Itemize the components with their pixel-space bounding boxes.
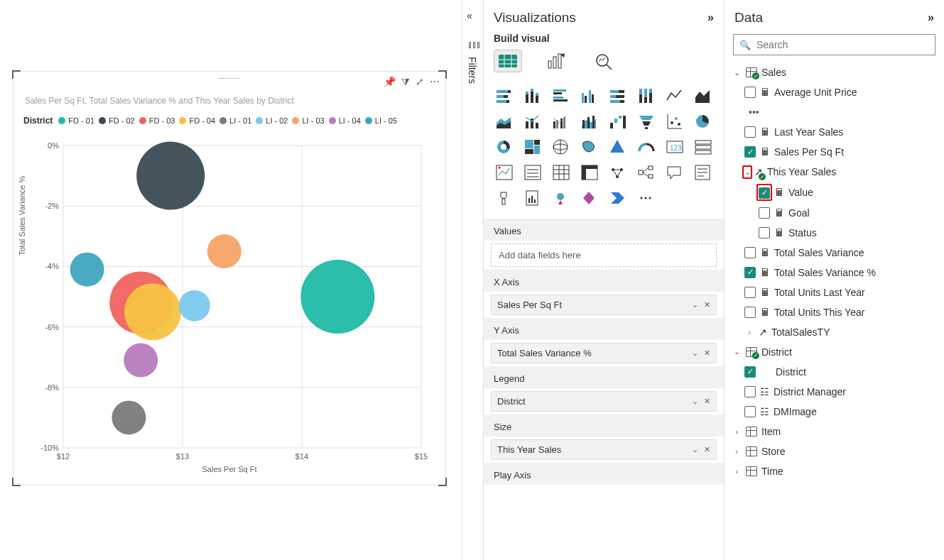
viz-azure-map[interactable]	[606, 136, 630, 158]
size-pill[interactable]: This Year Sales ⌄✕	[491, 439, 717, 460]
viz-decomposition-tree[interactable]	[634, 162, 658, 183]
x-axis-pill[interactable]: Sales Per Sq Ft ⌄✕	[491, 295, 717, 315]
visual-drag-handle[interactable]	[219, 76, 240, 79]
table-store[interactable]: › Store	[730, 441, 938, 461]
field-total-units-this-year[interactable]: 🖩 Total Units This Year	[730, 302, 938, 322]
more-options-icon[interactable]: ⋯	[430, 76, 440, 88]
chevron-down-icon[interactable]: ⌄	[692, 300, 698, 309]
collapse-viz-icon[interactable]: »	[707, 11, 714, 24]
viz-pie[interactable]	[691, 111, 715, 132]
chevron-down-icon[interactable]: ⌄	[692, 348, 698, 358]
table-sales[interactable]: ⌄ Sales	[730, 62, 938, 82]
report-canvas[interactable]: 📌 ⧩ ⤢ ⋯ Sales Per Sq Ft, Total Sales Var…	[0, 0, 462, 560]
analytics-tab[interactable]	[590, 50, 619, 72]
field-tys-goal[interactable]: 🖩 Goal	[730, 203, 938, 223]
y-axis-pill[interactable]: Total Sales Variance % ⌄✕	[491, 343, 717, 363]
viz-clustered-column[interactable]	[577, 85, 602, 106]
values-well-drop[interactable]: Add data fields here	[491, 243, 717, 267]
viz-matrix[interactable]	[577, 162, 602, 183]
viz-100-stacked-bar[interactable]	[606, 85, 630, 106]
expand-filters-icon[interactable]: «	[467, 10, 472, 21]
viz-smart-narrative[interactable]	[691, 162, 715, 183]
filters-pane-collapsed[interactable]: « ⫿⫿⫿ Filters	[462, 0, 483, 560]
collapse-data-icon[interactable]: »	[928, 11, 934, 24]
checkbox[interactable]	[744, 87, 756, 98]
viz-kpi[interactable]	[492, 162, 516, 183]
checkbox-checked-highlighted[interactable]	[759, 187, 770, 199]
checkbox-checked[interactable]	[744, 267, 756, 278]
search-input[interactable]	[756, 39, 929, 50]
field-tys-value[interactable]: 🖩 Value	[730, 182, 938, 203]
checkbox[interactable]	[744, 406, 756, 417]
checkbox-checked[interactable]	[744, 366, 756, 378]
viz-multi-row-card[interactable]	[691, 136, 715, 158]
search-box[interactable]: 🔍	[733, 34, 935, 55]
field-total-sales-variance-pct[interactable]: 🖩 Total Sales Variance %	[730, 263, 938, 282]
field-sales-per-sqft[interactable]: 🖩 Sales Per Sq Ft	[730, 142, 938, 162]
viz-more[interactable]	[634, 187, 658, 209]
checkbox[interactable]	[744, 386, 756, 397]
field-tys-status[interactable]: 🖩 Status	[730, 223, 938, 243]
table-time[interactable]: › Time	[730, 461, 938, 481]
viz-stacked-column[interactable]	[521, 85, 545, 106]
viz-card[interactable]: 123	[663, 136, 687, 158]
checkbox-checked[interactable]	[744, 146, 756, 158]
more-ellipsis[interactable]: •••	[730, 102, 938, 122]
checkbox[interactable]	[759, 207, 770, 219]
viz-clustered-bar[interactable]	[549, 85, 573, 106]
viz-stacked-bar[interactable]	[492, 85, 516, 106]
filter-icon[interactable]: ⧩	[401, 76, 410, 88]
table-item[interactable]: › Item	[730, 422, 938, 441]
viz-gauge[interactable]	[634, 136, 658, 158]
chevron-down-icon[interactable]: ⌄	[692, 397, 698, 406]
table-district[interactable]: ⌄ District	[730, 342, 938, 362]
viz-filled-map[interactable]	[577, 136, 602, 158]
viz-waterfall[interactable]	[606, 111, 630, 132]
viz-map[interactable]	[549, 136, 573, 158]
field-dm-image[interactable]: ☷ DMImage	[730, 402, 938, 422]
build-visual-tab[interactable]	[494, 50, 522, 72]
field-district-district[interactable]: District	[730, 362, 938, 382]
viz-power-apps[interactable]	[577, 187, 602, 209]
remove-field-icon[interactable]: ✕	[704, 300, 710, 309]
viz-stacked-area[interactable]	[492, 111, 516, 132]
viz-treemap[interactable]	[521, 136, 545, 158]
checkbox[interactable]	[744, 307, 756, 318]
viz-funnel[interactable]	[634, 111, 658, 132]
chevron-down-icon[interactable]: ⌄	[692, 445, 698, 454]
viz-scatter[interactable]	[663, 111, 687, 132]
viz-line[interactable]	[663, 85, 687, 106]
field-average-unit-price[interactable]: 🖩 Average Unit Price	[730, 82, 938, 102]
expand-caret-highlighted[interactable]: ⌄	[742, 165, 752, 179]
field-total-units-last-year[interactable]: 🖩 Total Units Last Year	[730, 282, 938, 302]
pin-icon[interactable]: 📌	[384, 76, 396, 88]
viz-line-clustered-column[interactable]	[549, 111, 573, 132]
remove-field-icon[interactable]: ✕	[704, 348, 710, 358]
viz-line-stacked-column[interactable]	[521, 111, 545, 132]
remove-field-icon[interactable]: ✕	[704, 397, 710, 406]
viz-area[interactable]	[691, 85, 715, 106]
checkbox[interactable]	[759, 227, 770, 238]
viz-table[interactable]	[549, 162, 573, 183]
resize-handle-bl[interactable]	[12, 478, 21, 486]
viz-100-stacked-column[interactable]	[634, 85, 658, 106]
viz-donut[interactable]	[492, 136, 516, 158]
field-total-sales-ty[interactable]: › ↗ TotalSalesTY	[730, 322, 938, 342]
viz-r-visual[interactable]	[606, 162, 630, 183]
format-visual-tab[interactable]	[542, 50, 570, 72]
field-district-manager[interactable]: ☷ District Manager	[730, 382, 938, 402]
field-total-sales-variance[interactable]: 🖩 Total Sales Variance	[730, 243, 938, 263]
resize-handle-tl[interactable]	[12, 70, 21, 79]
field-last-year-sales[interactable]: 🖩 Last Year Sales	[730, 122, 938, 142]
viz-paginated-report[interactable]	[521, 187, 545, 209]
viz-qna[interactable]	[663, 162, 687, 183]
field-this-year-sales[interactable]: ⌄ ↗ This Year Sales	[730, 162, 938, 182]
checkbox[interactable]	[744, 247, 756, 258]
scatter-chart-visual[interactable]: 📌 ⧩ ⤢ ⋯ Sales Per Sq Ft, Total Sales Var…	[13, 71, 446, 485]
resize-handle-br[interactable]	[438, 478, 447, 486]
focus-mode-icon[interactable]: ⤢	[416, 76, 424, 88]
viz-ribbon[interactable]	[577, 111, 602, 132]
viz-power-automate[interactable]	[606, 187, 630, 209]
legend-pill[interactable]: District ⌄✕	[491, 391, 717, 412]
checkbox[interactable]	[744, 126, 756, 138]
